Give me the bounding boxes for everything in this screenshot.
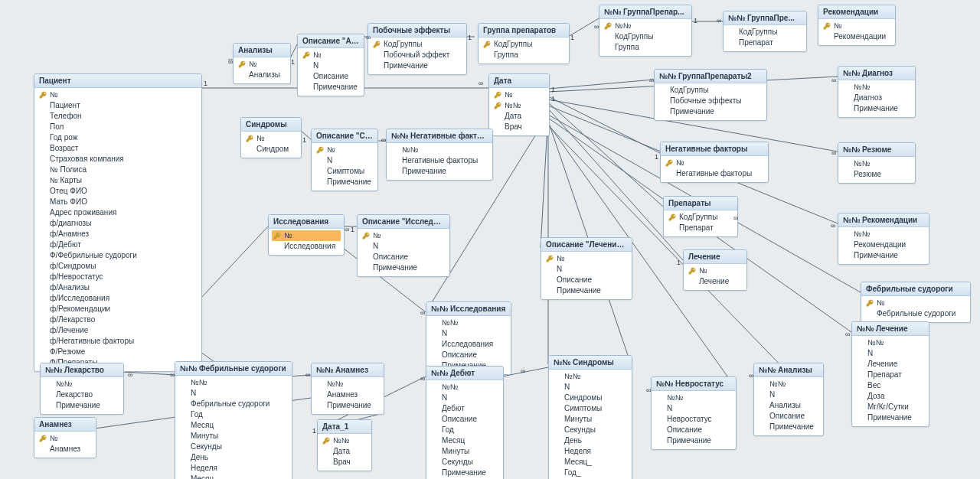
table-field[interactable]: N — [552, 382, 629, 393]
table-field[interactable]: Примечание — [841, 250, 926, 261]
table-field[interactable]: Дата — [492, 111, 546, 122]
table-field[interactable]: Месяц — [430, 435, 500, 446]
table-field[interactable]: Синдром — [244, 144, 298, 155]
table-t_date[interactable]: Дата№№№ДатаВрач — [488, 73, 550, 136]
table-field[interactable]: Примечание — [390, 166, 489, 177]
table-header[interactable]: Дата — [489, 74, 549, 88]
table-t_feb[interactable]: Фебрильные судороги№Фебрильные судороги — [861, 282, 971, 323]
table-field[interactable]: N — [544, 264, 629, 275]
table-field[interactable]: Резюме — [841, 169, 912, 180]
table-header[interactable]: Исследования — [269, 215, 344, 229]
table-t_nnanam[interactable]: №№ Анамнез№№АнамнезПримечание — [311, 363, 384, 415]
table-field[interactable]: Описание — [430, 414, 500, 425]
table-field[interactable]: Пол — [38, 122, 198, 132]
table-header[interactable]: Побочные эффекты — [368, 24, 466, 37]
table-field[interactable]: ф/Невростатус — [38, 272, 198, 282]
table-field[interactable]: Год рож — [38, 132, 198, 143]
table-header[interactable]: Дата_1 — [318, 420, 371, 434]
table-field[interactable]: № — [687, 266, 743, 276]
table-field[interactable]: Анамнез — [315, 389, 381, 400]
table-field[interactable]: Мать ФИО — [38, 197, 198, 207]
table-field[interactable]: ф/Анализы — [38, 282, 198, 293]
table-field[interactable]: Секунды — [552, 425, 629, 435]
table-field[interactable]: №№ — [655, 393, 733, 403]
table-field[interactable]: ф/Рекомендации — [38, 304, 198, 314]
table-field[interactable]: Примечание — [44, 400, 120, 411]
table-field[interactable]: Пациент — [38, 100, 198, 111]
table-t_nndiag[interactable]: №№ Диагноз№№ДиагнозПримечание — [838, 66, 916, 118]
table-field[interactable]: №№ — [841, 82, 912, 93]
table-field[interactable]: №№ — [430, 382, 500, 393]
table-header[interactable]: №№ Исследования — [426, 302, 511, 316]
table-field[interactable]: Вес — [855, 380, 926, 391]
table-field[interactable]: Страховая компания — [38, 154, 198, 165]
table-field[interactable]: №№ — [321, 435, 368, 446]
table-header[interactable]: Пациент — [34, 74, 201, 88]
table-field[interactable]: Неделя — [552, 446, 629, 457]
table-field[interactable]: Дебют — [430, 403, 500, 414]
table-field[interactable]: Рекомендации — [822, 31, 892, 42]
table-header[interactable]: Группа препаратов — [479, 24, 569, 37]
table-field[interactable]: Примечание — [841, 103, 912, 114]
table-field[interactable]: Примечание — [658, 106, 763, 117]
table-field[interactable]: № — [244, 133, 298, 144]
table-t_nnlek[interactable]: №№ Лекарство№№ЛекарствоПримечание — [40, 363, 124, 415]
table-t_opsynd[interactable]: Описание "Синд...№NСимптомыПримечание — [311, 129, 378, 191]
table-header[interactable]: №№ Дебют — [426, 367, 503, 380]
table-field[interactable]: Симптомы — [552, 403, 629, 414]
table-field[interactable]: № — [237, 59, 287, 70]
table-header[interactable]: №№ Фебрильные судороги — [175, 362, 292, 376]
table-field[interactable]: N — [757, 389, 820, 400]
table-header[interactable]: №№ Негативные факторы — [387, 129, 492, 143]
table-t_nnneg[interactable]: №№ Негативные факторы№№Негативные фактор… — [386, 129, 493, 181]
table-field[interactable]: Месяц_ — [178, 474, 289, 479]
table-field[interactable]: N — [430, 328, 508, 339]
table-header[interactable]: №№ Анамнез — [312, 363, 384, 377]
table-header[interactable]: №№ Невростатус — [652, 377, 736, 391]
table-field[interactable]: ф/Дебют — [38, 240, 198, 250]
table-field[interactable]: № — [38, 90, 198, 100]
table-header[interactable]: Анамнез — [34, 418, 96, 432]
table-field[interactable]: Секунды — [178, 442, 289, 452]
table-field[interactable]: Год — [430, 425, 500, 435]
table-header[interactable]: №№ Анализы — [754, 363, 823, 377]
table-field[interactable]: N — [855, 348, 926, 359]
table-field[interactable]: Лечение — [687, 276, 743, 287]
table-field[interactable]: № — [492, 90, 546, 100]
table-field[interactable]: Минуты — [178, 431, 289, 442]
table-field[interactable]: Врач — [492, 122, 546, 132]
table-field[interactable]: Описание — [361, 252, 446, 262]
table-field[interactable]: № — [315, 145, 374, 155]
table-field[interactable]: Дата — [321, 446, 368, 457]
table-field[interactable]: N — [315, 155, 374, 166]
table-field[interactable]: Побочный эффект — [371, 50, 463, 60]
table-header[interactable]: Анализы — [234, 44, 290, 57]
table-field[interactable]: Группа — [603, 42, 688, 53]
table-t_nnnevr[interactable]: №№ Невростатус№№NНевростатусОписаниеПрим… — [651, 376, 737, 450]
table-header[interactable]: Рекомендации — [818, 5, 895, 19]
table-t_side[interactable]: Побочные эффектыКодГруппыПобочный эффект… — [368, 23, 467, 75]
table-field[interactable]: № — [864, 298, 967, 308]
table-field[interactable]: КодГруппы — [658, 85, 763, 96]
table-field[interactable]: N — [301, 60, 361, 71]
table-t_rec[interactable]: Рекомендации№Рекомендации — [818, 5, 896, 46]
table-field[interactable]: Фебрильные судороги — [864, 308, 967, 319]
table-field[interactable]: Отец ФИО — [38, 186, 198, 197]
table-field[interactable]: Доза — [855, 391, 926, 402]
table-field[interactable]: №№ — [44, 379, 120, 389]
table-header[interactable]: Фебрильные судороги — [861, 282, 970, 296]
table-t_anam[interactable]: Анамнез№Анамнез — [34, 417, 96, 458]
table-t_oplech[interactable]: Описание "Лечение""№NОписаниеПримечание — [541, 237, 632, 300]
table-field[interactable]: КодГруппы — [371, 39, 463, 50]
table-field[interactable]: №№ — [841, 229, 926, 240]
table-header[interactable]: №№ ГруппаПре... — [724, 11, 806, 25]
table-field[interactable]: Диагноз — [841, 93, 912, 103]
table-field[interactable]: №№ — [855, 337, 926, 348]
table-field[interactable]: N — [361, 241, 446, 252]
table-field[interactable]: ф/Исследования — [38, 293, 198, 304]
table-field[interactable]: Описание — [430, 350, 508, 360]
table-field[interactable]: Неделя — [178, 463, 289, 474]
table-t_lech[interactable]: Лечение№Лечение — [683, 249, 747, 291]
table-header[interactable]: №№ Диагноз — [838, 67, 915, 80]
table-field[interactable]: Секунды — [430, 457, 500, 468]
